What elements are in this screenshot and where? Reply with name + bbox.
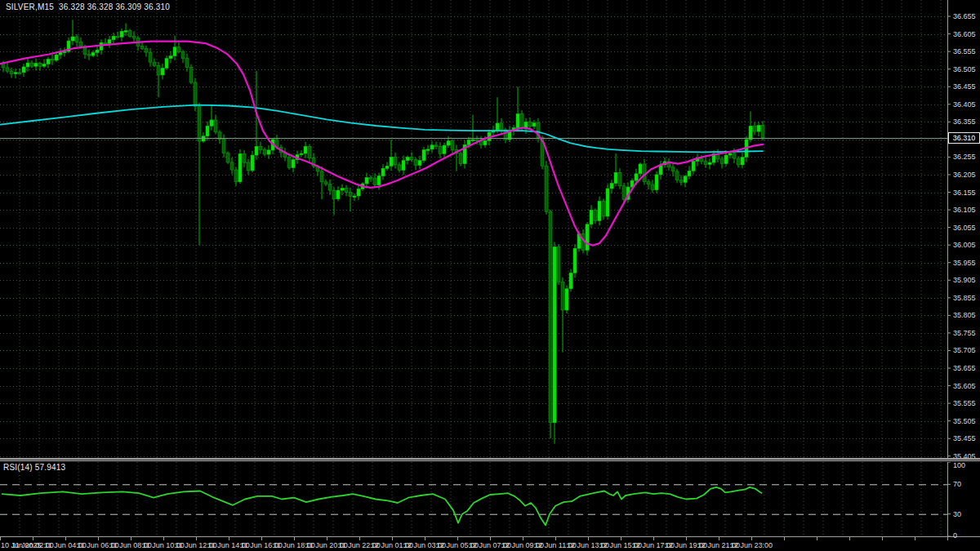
- price-axis[interactable]: [947, 0, 980, 536]
- time-axis[interactable]: [0, 536, 980, 551]
- mt4-chart-window: 36.65536.60536.55536.50536.45536.40536.3…: [0, 0, 980, 551]
- rsi-pane[interactable]: [0, 462, 947, 536]
- main-chart-pane[interactable]: [0, 0, 947, 458]
